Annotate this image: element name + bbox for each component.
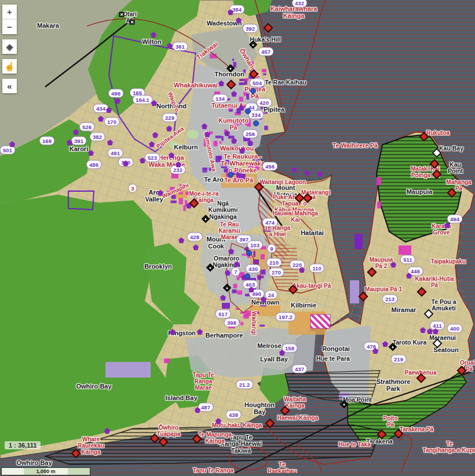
site-pentagon-marker[interactable] xyxy=(239,105,244,111)
listing-badge-526[interactable]: 526 xyxy=(79,123,94,131)
listing-badge-491[interactable]: 491 xyxy=(108,149,123,158)
site-pentagon-marker[interactable] xyxy=(178,237,184,243)
historic-site-marker[interactable] xyxy=(389,343,397,351)
zoom-out-button[interactable]: − xyxy=(2,19,17,34)
listing-badge-391[interactable]: 391 xyxy=(71,137,86,145)
listing-badge-7[interactable]: 7 xyxy=(231,268,240,276)
heritage-diamond-marker[interactable] xyxy=(457,366,467,376)
site-pentagon-marker[interactable] xyxy=(225,270,231,276)
site-pentagon-marker[interactable] xyxy=(420,327,426,333)
heritage-diamond-marker[interactable] xyxy=(416,374,426,383)
heritage-diamond-marker[interactable] xyxy=(159,437,169,447)
listing-badge-169[interactable]: 169 xyxy=(39,137,54,145)
heritage-diamond-marker[interactable] xyxy=(192,434,202,444)
water-feature-marker[interactable] xyxy=(246,250,252,256)
site-pentagon-marker[interactable] xyxy=(151,32,156,38)
site-pentagon-marker[interactable] xyxy=(98,116,104,122)
listing-badge-428[interactable]: 428 xyxy=(187,233,202,241)
site-pentagon-marker[interactable] xyxy=(204,131,210,137)
listing-badge-432[interactable]: 432 xyxy=(292,0,307,8)
heritage-diamond-marker[interactable] xyxy=(359,292,368,302)
site-pentagon-marker[interactable] xyxy=(104,428,110,434)
site-pentagon-marker[interactable] xyxy=(115,98,120,104)
water-feature-marker[interactable] xyxy=(250,88,256,94)
listing-badge-134[interactable]: 134 xyxy=(213,94,228,103)
pan-tool-button[interactable]: ☝ xyxy=(2,59,17,74)
site-pentagon-marker[interactable] xyxy=(304,170,310,175)
listing-badge-430[interactable]: 430 xyxy=(246,265,261,273)
site-pentagon-marker[interactable] xyxy=(291,167,297,173)
listing-badge-457[interactable]: 457 xyxy=(258,47,273,56)
listing-badge-496[interactable]: 496 xyxy=(108,89,123,98)
listing-badge-403[interactable]: 403 xyxy=(243,280,258,289)
site-pentagon-marker[interactable] xyxy=(73,129,79,135)
lookout-marker[interactable] xyxy=(424,309,434,319)
listing-badge-474[interactable]: 474 xyxy=(262,218,277,227)
site-pentagon-marker[interactable] xyxy=(231,138,237,144)
listing-badge-210[interactable]: 210 xyxy=(266,258,282,267)
site-pentagon-marker[interactable] xyxy=(152,132,158,138)
heritage-diamond-marker[interactable] xyxy=(265,419,275,429)
listing-badge-24[interactable]: 24 xyxy=(265,291,277,299)
site-pentagon-marker[interactable] xyxy=(231,91,237,97)
site-pentagon-marker[interactable] xyxy=(224,130,230,136)
heritage-diamond-marker[interactable] xyxy=(280,406,290,416)
listing-badge-158[interactable]: 158 xyxy=(282,344,297,353)
listing-badge-494[interactable]: 494 xyxy=(447,215,462,224)
site-pentagon-marker[interactable] xyxy=(149,141,155,147)
site-pentagon-marker[interactable] xyxy=(158,190,163,196)
site-pentagon-marker[interactable] xyxy=(218,80,224,86)
water-feature-marker[interactable] xyxy=(245,108,251,114)
site-pentagon-marker[interactable] xyxy=(202,123,207,129)
historic-site-marker[interactable] xyxy=(202,215,210,223)
heritage-diamond-marker[interactable] xyxy=(226,80,236,90)
site-pentagon-marker[interactable] xyxy=(239,148,245,153)
site-pentagon-marker[interactable] xyxy=(236,17,242,23)
listing-badge-361[interactable]: 361 xyxy=(173,42,188,51)
listing-badge-392[interactable]: 392 xyxy=(243,24,258,33)
listing-badge-256[interactable]: 256 xyxy=(243,130,258,138)
listing-badge-437[interactable]: 437 xyxy=(292,365,307,374)
listing-badge-9[interactable]: 9 xyxy=(267,244,276,253)
heritage-diamond-marker[interactable] xyxy=(254,182,264,192)
listing-badge-511[interactable]: 511 xyxy=(400,255,415,264)
site-pentagon-marker[interactable] xyxy=(215,418,221,424)
listing-badge-456[interactable]: 456 xyxy=(262,162,277,171)
default-extent-button[interactable]: ◈ xyxy=(2,39,17,54)
site-pentagon-marker[interactable] xyxy=(220,295,226,301)
listing-badge-21.2[interactable]: 21.2 xyxy=(236,380,253,389)
historic-site-marker[interactable] xyxy=(249,41,257,49)
listing-badge-487[interactable]: 487 xyxy=(198,403,213,412)
historic-site-marker[interactable] xyxy=(340,400,348,408)
listing-badge-213[interactable]: 213 xyxy=(382,295,397,303)
listing-badge-3[interactable]: 3 xyxy=(128,184,137,193)
site-pentagon-marker[interactable] xyxy=(107,140,113,145)
zoom-in-button[interactable]: + xyxy=(2,5,17,19)
listing-badge-219[interactable]: 219 xyxy=(391,355,406,364)
listing-badge-486[interactable]: 486 xyxy=(86,160,101,169)
listing-badge-400[interactable]: 400 xyxy=(447,324,462,333)
listing-badge-517[interactable]: 517 xyxy=(215,310,231,318)
heritage-diamond-marker[interactable] xyxy=(417,287,427,297)
heritage-diamond-marker[interactable] xyxy=(249,69,259,79)
heritage-diamond-marker[interactable] xyxy=(367,268,377,277)
site-pentagon-marker[interactable] xyxy=(247,140,253,146)
listing-badge-229[interactable]: 229 xyxy=(162,113,177,122)
site-pentagon-marker[interactable] xyxy=(88,150,94,156)
listing-badge-398[interactable]: 398 xyxy=(224,318,239,327)
heritage-diamond-marker[interactable] xyxy=(377,430,387,440)
listing-badge-197.2[interactable]: 197.2 xyxy=(276,313,295,321)
collapse-panel-button[interactable]: « xyxy=(2,79,17,93)
heritage-diamond-marker[interactable] xyxy=(264,23,273,33)
site-pentagon-marker[interactable] xyxy=(169,152,174,158)
lookout-marker[interactable] xyxy=(432,148,442,158)
site-pentagon-marker[interactable] xyxy=(176,162,181,167)
site-pentagon-marker[interactable] xyxy=(9,141,15,147)
site-pentagon-marker[interactable] xyxy=(390,262,396,268)
listing-badge-420[interactable]: 420 xyxy=(257,98,272,107)
historic-site-marker[interactable] xyxy=(226,64,235,72)
listing-badge-438[interactable]: 438 xyxy=(226,411,241,419)
heritage-diamond-marker[interactable] xyxy=(71,449,81,459)
site-pentagon-marker[interactable] xyxy=(382,341,388,347)
site-pentagon-marker[interactable] xyxy=(234,261,240,267)
